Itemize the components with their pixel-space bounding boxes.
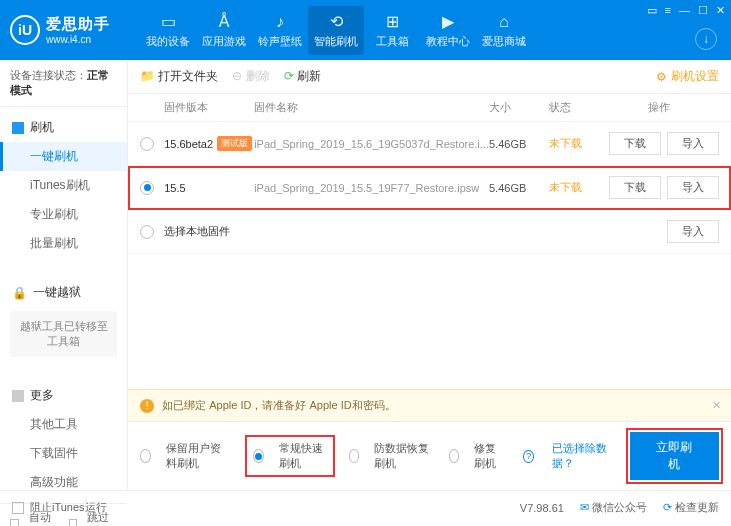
local-fw-label: 选择本地固件 xyxy=(164,224,230,239)
apple-id-alert: ! 如已绑定 Apple ID，请准备好 Apple ID和密码。 ✕ xyxy=(128,389,731,421)
table-header: 固件版本 固件名称 大小 状态 操作 xyxy=(128,94,731,122)
firmware-row[interactable]: 15.6beta2测试版 iPad_Spring_2019_15.6_19G50… xyxy=(128,122,731,166)
logo-icon: iU xyxy=(10,15,40,45)
sidebar: 设备连接状态：正常模式 刷机 一键刷机 iTunes刷机 专业刷机 批量刷机 🔒… xyxy=(0,60,128,490)
connection-status: 设备连接状态：正常模式 xyxy=(0,60,127,107)
sidebar-group-flash[interactable]: 刷机 xyxy=(0,113,127,142)
nav-ringtones[interactable]: ♪铃声壁纸 xyxy=(252,6,308,55)
folder-icon: 📁 xyxy=(140,69,155,83)
download-manager-icon[interactable]: ↓ xyxy=(695,28,717,50)
opt-quick-flash[interactable]: 常规快速刷机 xyxy=(249,439,331,473)
help-icon[interactable]: ? xyxy=(523,450,534,463)
sidebar-item-batch[interactable]: 批量刷机 xyxy=(0,229,127,258)
wechat-icon: ✉ xyxy=(580,501,589,513)
alert-text: 如已绑定 Apple ID，请准备好 Apple ID和密码。 xyxy=(162,398,396,413)
nav-toolbox[interactable]: ⊞工具箱 xyxy=(364,6,420,55)
delete-icon: ⊖ xyxy=(232,69,242,83)
firmware-row[interactable]: 15.5 iPad_Spring_2019_15.5_19F77_Restore… xyxy=(128,166,731,210)
jailbreak-moved-note[interactable]: 越狱工具已转移至工具箱 xyxy=(10,311,117,357)
col-state: 状态 xyxy=(549,100,599,115)
app-name: 爱思助手 xyxy=(46,15,110,34)
top-nav: ▭我的设备 Å应用游戏 ♪铃声壁纸 ⟲智能刷机 ⊞工具箱 ▶教程中心 ⌂爱思商城 xyxy=(140,6,532,55)
sidebar-group-more[interactable]: 更多 xyxy=(0,381,127,410)
sidebar-item-download-fw[interactable]: 下载固件 xyxy=(0,439,127,468)
title-bar: iU 爱思助手 www.i4.cn ▭我的设备 Å应用游戏 ♪铃声壁纸 ⟲智能刷… xyxy=(0,0,731,60)
flash-icon xyxy=(12,122,24,134)
opt-anti-recovery[interactable]: 防数据恢复刷机 xyxy=(349,441,431,471)
flash-settings-button[interactable]: ⚙刷机设置 xyxy=(656,68,719,85)
fw-filename: iPad_Spring_2019_15.5_19F77_Restore.ipsw xyxy=(254,182,489,194)
fw-state: 未下载 xyxy=(549,180,599,195)
refresh-icon: ⟳ xyxy=(284,69,294,83)
delete-button[interactable]: ⊖ 删除 xyxy=(232,68,269,85)
fw-size: 5.46GB xyxy=(489,182,549,194)
more-icon xyxy=(12,390,24,402)
window-controls: ▭ ≡ — ☐ ✕ xyxy=(647,4,725,17)
auto-activate-checkbox[interactable] xyxy=(10,519,19,526)
nav-apps[interactable]: Å应用游戏 xyxy=(196,6,252,55)
minimize-icon[interactable]: — xyxy=(679,4,690,17)
sidebar-item-itunes[interactable]: iTunes刷机 xyxy=(0,171,127,200)
gear-icon: ⚙ xyxy=(656,70,667,84)
download-button[interactable]: 下载 xyxy=(609,132,661,155)
sidebar-item-advanced[interactable]: 高级功能 xyxy=(0,468,127,497)
flash-options: 保留用户资料刷机 常规快速刷机 防数据恢复刷机 修复刷机 ? 已选择除数据？ 立… xyxy=(128,421,731,490)
app-version: V7.98.61 xyxy=(520,502,564,514)
import-button[interactable]: 导入 xyxy=(667,220,719,243)
wechat-link[interactable]: ✉ 微信公众号 xyxy=(580,500,647,515)
block-itunes-label: 阻止iTunes运行 xyxy=(30,500,107,515)
col-size: 大小 xyxy=(489,100,549,115)
alert-close-icon[interactable]: ✕ xyxy=(712,399,721,412)
fw-size: 5.46GB xyxy=(489,138,549,150)
skip-guide-checkbox[interactable] xyxy=(69,519,78,526)
main-panel: 📁 打开文件夹 ⊖ 删除 ⟳ 刷新 ⚙刷机设置 固件版本 固件名称 大小 状态 … xyxy=(128,60,731,490)
row-radio[interactable] xyxy=(140,137,154,151)
flash-now-button[interactable]: 立即刷机 xyxy=(630,432,719,480)
sidebar-item-oneclick[interactable]: 一键刷机 xyxy=(0,142,127,171)
nav-my-device[interactable]: ▭我的设备 xyxy=(140,6,196,55)
fw-version: 15.6beta2 xyxy=(164,138,213,150)
sidebar-item-other-tools[interactable]: 其他工具 xyxy=(0,410,127,439)
skin-icon[interactable]: ▭ xyxy=(647,4,657,17)
menu-icon[interactable]: ≡ xyxy=(665,4,671,17)
block-itunes-checkbox[interactable] xyxy=(12,502,24,514)
row-radio[interactable] xyxy=(140,225,154,239)
import-button[interactable]: 导入 xyxy=(667,132,719,155)
beta-tag: 测试版 xyxy=(217,136,252,151)
sidebar-group-jailbreak[interactable]: 🔒一键越狱 xyxy=(0,278,127,307)
nav-store[interactable]: ⌂爱思商城 xyxy=(476,6,532,55)
fw-state: 未下载 xyxy=(549,136,599,151)
check-update-link[interactable]: ⟳ 检查更新 xyxy=(663,500,719,515)
toolbar: 📁 打开文件夹 ⊖ 删除 ⟳ 刷新 ⚙刷机设置 xyxy=(128,60,731,94)
maximize-icon[interactable]: ☐ xyxy=(698,4,708,17)
app-url: www.i4.cn xyxy=(46,34,110,45)
col-version: 固件版本 xyxy=(164,100,254,115)
fw-version: 15.5 xyxy=(164,182,185,194)
local-firmware-row[interactable]: 选择本地固件 导入 xyxy=(128,210,731,254)
col-name: 固件名称 xyxy=(254,100,489,115)
warning-icon: ! xyxy=(140,399,154,413)
close-icon[interactable]: ✕ xyxy=(716,4,725,17)
nav-tutorials[interactable]: ▶教程中心 xyxy=(420,6,476,55)
opt-keep-data[interactable]: 保留用户资料刷机 xyxy=(140,441,231,471)
opt-repair[interactable]: 修复刷机 xyxy=(449,441,506,471)
col-ops: 操作 xyxy=(599,100,719,115)
app-logo: iU 爱思助手 www.i4.cn xyxy=(10,15,110,45)
row-radio[interactable] xyxy=(140,181,154,195)
open-folder-button[interactable]: 📁 打开文件夹 xyxy=(140,68,218,85)
sidebar-item-pro[interactable]: 专业刷机 xyxy=(0,200,127,229)
update-icon: ⟳ xyxy=(663,501,672,513)
nav-flash[interactable]: ⟲智能刷机 xyxy=(308,6,364,55)
import-button[interactable]: 导入 xyxy=(667,176,719,199)
erase-data-link[interactable]: 已选择除数据？ xyxy=(552,441,612,471)
download-button[interactable]: 下载 xyxy=(609,176,661,199)
fw-filename: iPad_Spring_2019_15.6_19G5037d_Restore.i… xyxy=(254,138,489,150)
refresh-button[interactable]: ⟳ 刷新 xyxy=(284,68,321,85)
lock-icon: 🔒 xyxy=(12,286,27,300)
